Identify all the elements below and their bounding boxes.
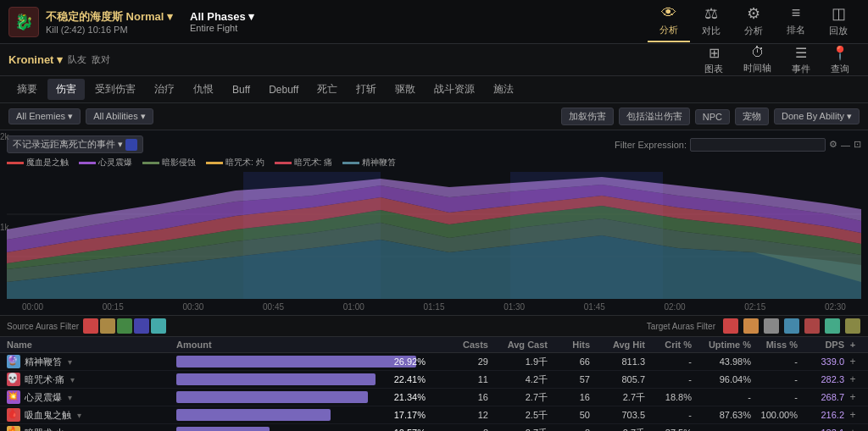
aura-icon-0[interactable] [83,318,98,334]
row-plus-4[interactable]: + [844,427,861,431]
row-dropdown-2[interactable]: ▾ [68,393,72,402]
bar-pct-3: 17.17% [394,409,426,421]
table-row[interactable]: 💀 暗咒术·痛 ▾ 22.41% 11 4.2千 57 805.7 - 96.0… [0,371,868,389]
row-miss-4: - [751,428,798,431]
compare-icon: ⚖ [704,4,718,23]
row-name-3: 🩸 吸血鬼之触 ▾ [7,408,176,422]
expand-icon[interactable]: ⊡ [854,139,861,150]
chart-color-swatch [125,139,137,151]
tab-cast[interactable]: 打斩 [348,79,385,100]
add-dmg-btn[interactable]: 加叙伤害 [561,108,614,125]
nav2-lookup-label: 查询 [831,63,849,75]
tab-summary[interactable]: 摘要 [8,79,46,100]
target-aura-icon-4[interactable] [804,318,820,334]
tab-ability[interactable]: 施法 [485,79,522,100]
tab-buff[interactable]: Buff [224,80,259,99]
row-plus-2[interactable]: + [844,391,861,403]
col-dps: DPS [798,340,844,350]
nav-ranking[interactable]: ≡ 排名 [775,1,817,42]
boss-info: 🐉 不稳定的海度斯 Normal ▾ Kill (2:42) 10:16 PM [8,7,173,37]
bar-pct-4: 10.57% [394,427,426,431]
filter-expr-label: Filter Expression: [615,140,687,150]
tab-resources[interactable]: 战斗资源 [426,79,483,100]
bar-cell-1: 22.41% [176,373,429,385]
target-aura-icon-0[interactable] [723,318,738,334]
row-plus-1[interactable]: + [844,373,861,385]
aura-icon-4[interactable] [151,318,166,334]
tab-dmgtaken[interactable]: 受到伤害 [86,79,144,100]
tab-revenge[interactable]: 仇恨 [185,79,222,100]
target-aura-icon-2[interactable] [764,318,779,334]
pet-btn[interactable]: 宠物 [735,108,769,125]
guild-label: 队友 [68,53,86,66]
lookup-icon: 📍 [832,45,849,61]
bar-fill-4 [176,427,270,431]
phase-name[interactable]: All Phases ▾ [190,10,254,23]
table-row[interactable]: 💥 心灵震爆 ▾ 21.34% 16 2.7千 16 2.7千 18.8% - … [0,389,868,406]
row-avgcast-2: 2.7千 [488,391,548,404]
minimize-icon[interactable]: — [841,140,850,150]
npc-btn[interactable]: NPC [695,109,730,124]
filter-expr-input[interactable] [690,138,826,152]
username[interactable]: Kroninet ▾ [8,53,63,66]
chart-title-btn[interactable]: 不记录远距离死亡的事件 ▾ [7,135,143,153]
nav2-chart-label: 图表 [704,63,723,75]
legend-label-1: 心灵震爆 [98,157,132,169]
second-nav: Kroninet ▾ 队友 敌对 ⊞ 图表 ⏱ 时间轴 ☰ 事件 📍 查询 [0,44,868,76]
overflow-dmg-btn[interactable]: 包括溢出伤害 [619,108,690,125]
tab-bar: 摘要 伤害 受到伤害 治疗 仇恨 Buff Debuff 死亡 打斩 驱散 战斗… [0,76,868,103]
target-aura-icon-5[interactable] [825,318,840,334]
enemies-filter-btn[interactable]: All Enemies ▾ [8,108,81,124]
xaxis-1: 00:15 [103,302,124,312]
target-aura-icon-1[interactable] [743,318,759,334]
abilities-filter-btn[interactable]: All Abilities ▾ [86,108,153,124]
row-avgcast-0: 1.9千 [488,356,548,368]
tab-debuff[interactable]: Debuff [260,80,307,99]
nav-compare[interactable]: ⚖ 对比 [690,1,732,42]
table-row[interactable]: 🔥 暗咒术·火 ▾ 10.57% 8 2.7千 8 2.7千 37.5% - -… [0,424,868,431]
table-row[interactable]: 🩸 吸血鬼之触 ▾ 17.17% 12 2.5千 50 703.5 - 87.6… [0,406,868,424]
row-hits-2: 16 [548,392,590,402]
row-avgcast-3: 2.5千 [488,409,548,422]
aura-icon-2[interactable] [117,318,132,334]
row-plus-0[interactable]: + [844,356,861,367]
nav2-timeline[interactable]: ⏱ 时间轴 [733,41,782,79]
settings-icon[interactable]: ⚙ [829,139,837,150]
tab-healing[interactable]: 治疗 [146,79,183,100]
row-uptime-0: 43.98% [692,356,751,367]
row-dropdown-0[interactable]: ▾ [68,357,72,367]
done-by-btn[interactable]: Done By Ability ▾ [774,108,860,124]
tab-death[interactable]: 死亡 [309,79,346,100]
tab-dispel[interactable]: 驱散 [387,79,424,100]
chart-with-yaxis: 2k 1k [7,172,861,299]
row-icon-4: 🔥 [7,426,20,431]
legend-color-1 [79,162,96,164]
col-avgcast: Avg Cast [488,340,548,350]
nav-back-label: 回放 [829,25,848,37]
target-aura-icon-3[interactable] [784,318,799,334]
nav2-chart[interactable]: ⊞ 图表 [694,41,733,79]
row-dropdown-1[interactable]: ▾ [70,375,75,384]
guild-status: 敌对 [92,53,110,66]
events-icon: ☰ [795,45,807,61]
row-crit-1: - [645,374,692,384]
user-info: Kroninet ▾ 队友 敌对 [8,53,178,66]
row-dropdown-3[interactable]: ▾ [77,411,81,420]
nav-breakdown[interactable]: ⚙ 分析 [732,1,775,42]
nav-back[interactable]: ◫ 回放 [817,1,860,42]
xaxis-2: 00:30 [182,302,203,312]
nav2-lookup[interactable]: 📍 查询 [821,41,860,79]
col-crit: Crit % [645,340,692,350]
legend-color-3 [206,162,223,164]
legend-label-5: 精神鞭笞 [362,157,396,169]
boss-name[interactable]: 不稳定的海度斯 Normal ▾ [46,9,173,25]
tab-damage[interactable]: 伤害 [47,79,85,100]
aura-icon-3[interactable] [134,318,149,334]
nav-analyze[interactable]: 👁 分析 [648,1,690,42]
aura-icon-1[interactable] [100,318,115,334]
nav2-events[interactable]: ☰ 事件 [782,41,821,79]
row-plus-3[interactable]: + [844,409,861,421]
table-row[interactable]: 🔮 精神鞭笞 ▾ 26.92% 29 1.9千 66 811.3 - 43.98… [0,353,868,371]
target-aura-icon-6[interactable] [845,318,860,334]
row-dropdown-4[interactable]: ▾ [70,428,75,432]
